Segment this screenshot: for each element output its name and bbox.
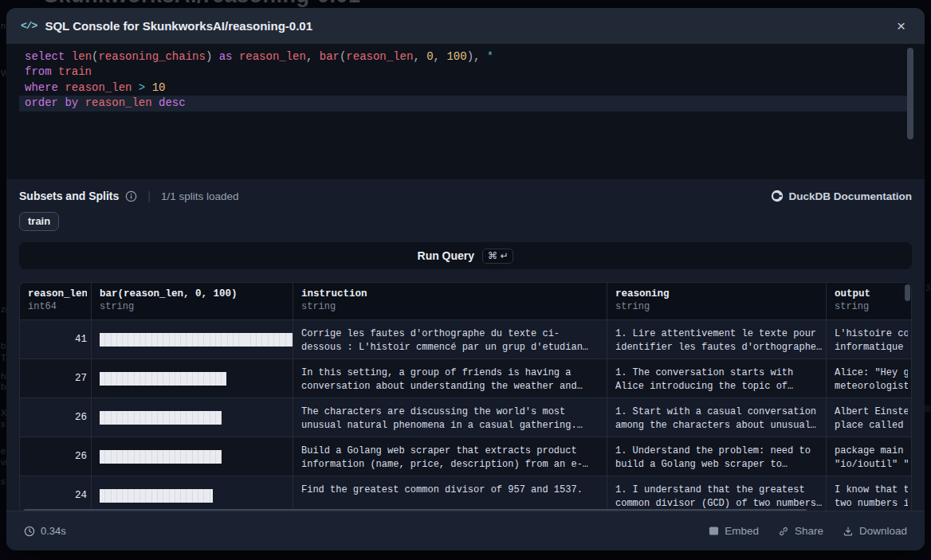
column-name: output	[835, 288, 903, 300]
duckdb-documentation-label: DuckDB Documentation	[788, 190, 912, 202]
column-name: instruction	[301, 288, 599, 300]
results-table: reason_lenint64bar(reason_len, 0, 100)st…	[19, 282, 912, 518]
cell-text-line: 1. The conversation starts with	[615, 366, 823, 380]
modal-footer: 0.34s Embed Share Download	[6, 511, 925, 550]
bar-chart-fill	[100, 489, 213, 503]
table-row: 26The characters are discussing the worl…	[20, 397, 911, 437]
column-type: string	[100, 301, 285, 312]
sql-console-icon: </>	[21, 20, 37, 32]
cell-bar	[91, 359, 293, 397]
cell-instruction: The characters are discussing the world'…	[293, 398, 607, 437]
cell-text-line: meteorologist	[835, 380, 908, 394]
editor-vertical-scrollbar[interactable]	[907, 48, 913, 139]
column-name: reasoning	[615, 288, 818, 300]
cell-text-line: conversation about understanding the wea…	[301, 380, 603, 394]
info-icon[interactable]	[125, 190, 137, 202]
table-row: 41Corrige les fautes d'orthographe du te…	[20, 319, 911, 358]
cell-reason-len: 26	[20, 437, 91, 476]
modal-titlebar: </> SQL Console for SkunkworksAI/reasoni…	[6, 8, 925, 44]
run-query-label: Run Query	[418, 249, 475, 262]
cell-text-line: package main	[835, 444, 908, 458]
table-vertical-scrollbar[interactable]	[905, 284, 910, 301]
background-text-fragment: 3	[925, 284, 930, 292]
column-type: string	[301, 301, 599, 312]
modal-title: SQL Console for SkunkworksAI/reasoning-0…	[45, 19, 883, 33]
bar-chart-fill	[100, 372, 226, 386]
keyboard-shortcut-badge: ⌘ ↵	[482, 249, 513, 264]
subsets-splits-row: Subsets and Splits | 1/1 splits loaded D…	[19, 187, 912, 205]
cell-bar	[91, 437, 293, 476]
background-text-fragment: n	[1, 21, 6, 30]
cell-instruction: Corrige les fautes d'orthographe du text…	[293, 320, 607, 358]
cell-text-line: build a Golang web scraper to…	[615, 458, 823, 472]
table-header-row: reason_lenint64bar(reason_len, 0, 100)st…	[20, 283, 911, 319]
cell-reasoning: 1. The conversation starts withAlice int…	[607, 359, 826, 397]
download-button[interactable]: Download	[843, 525, 907, 537]
cell-text-line: Find the greatest common divisor of 957 …	[301, 484, 603, 497]
share-button[interactable]: Share	[778, 525, 823, 537]
column-header-bar: bar(reason_len, 0, 100)string	[91, 283, 293, 319]
query-duration: 0.34s	[24, 525, 66, 537]
cell-text-line: Alice introducing the topic of…	[615, 380, 823, 394]
column-header-reasoning: reasoningstring	[607, 283, 826, 319]
cell-text-line: 1. I understand that the greatest	[615, 484, 823, 497]
cell-text-line: common divisor (GCD) of two numbers…	[615, 497, 823, 511]
cell-text-line: Alice: "Hey g	[835, 366, 908, 380]
share-label: Share	[795, 525, 823, 537]
column-header-reason_len: reason_lenint64	[20, 283, 91, 319]
code-line: where reason_len > 10	[19, 80, 912, 96]
cell-output: Alice: "Hey gmeteorologist	[826, 359, 911, 397]
cell-text-line: information (name, price, description) f…	[301, 458, 603, 472]
code-line: from train	[19, 65, 912, 80]
embed-icon	[709, 526, 719, 536]
cell-reasoning: 1. Lire attentivement le texte pourident…	[607, 320, 826, 358]
cell-text-line: place called	[835, 419, 908, 433]
duckdb-documentation-link[interactable]: DuckDB Documentation	[771, 190, 912, 202]
column-header-output: outputstring	[826, 283, 911, 319]
embed-label: Embed	[725, 525, 759, 537]
cell-instruction: In this setting, a group of friends is h…	[293, 359, 607, 397]
cell-instruction: Build a Golang web scraper that extracts…	[293, 437, 607, 476]
cell-text-line: The characters are discussing the world'…	[301, 405, 603, 419]
table-row: 27In this setting, a group of friends is…	[20, 358, 911, 397]
bar-chart-fill	[100, 333, 293, 347]
bar-chart-fill	[100, 450, 222, 464]
cell-text-line: Build a Golang web scraper that extracts…	[301, 444, 603, 458]
code-line-active: order by reason_len desc	[19, 96, 912, 111]
background-text-fragment: b	[1, 341, 6, 350]
cell-text-line: Albert Einste	[835, 405, 908, 419]
cell-output: L'histoire coinformatique	[826, 320, 911, 358]
cell-reason-len: 27	[20, 359, 91, 397]
share-link-icon	[778, 526, 789, 537]
cell-reasoning: 1. Understand the problem: need tobuild …	[607, 437, 826, 476]
splits-loaded-status: 1/1 splits loaded	[161, 190, 239, 202]
vertical-divider: |	[147, 190, 151, 202]
column-type: string	[615, 301, 818, 312]
embed-button[interactable]: Embed	[709, 525, 759, 537]
sql-editor[interactable]: select len(reasoning_chains) as reason_l…	[6, 44, 925, 179]
subsets-splits-heading: Subsets and Splits	[19, 190, 119, 202]
split-chip-train[interactable]: train	[19, 212, 59, 231]
column-name: reason_len	[28, 288, 87, 300]
column-type: string	[835, 301, 903, 312]
download-icon	[843, 526, 854, 537]
cell-text-line: 1. Start with a casual conversation	[615, 405, 823, 419]
code-line: select len(reasoning_chains) as reason_l…	[19, 49, 912, 65]
background-text-fragment: s	[1, 419, 6, 429]
clock-icon	[24, 526, 35, 537]
query-duration-value: 0.34s	[41, 525, 66, 537]
cell-text-line: unusual natural phenomena in a casual ga…	[301, 419, 603, 433]
cell-reasoning: 1. Start with a casual conversationamong…	[607, 398, 826, 437]
cell-output: I know that ttwo numbers i	[826, 476, 911, 515]
cell-text-line: In this setting, a group of friends is h…	[301, 366, 603, 380]
run-query-button[interactable]: Run Query ⌘ ↵	[19, 242, 912, 269]
column-header-instruction: instructionstring	[293, 283, 607, 319]
background-text-fragment: s	[1, 476, 6, 486]
duckdb-logo-icon	[771, 190, 784, 202]
column-type: int64	[28, 301, 87, 312]
cell-text-line: "io/ioutil" "	[835, 458, 908, 472]
close-icon[interactable]: ×	[892, 17, 910, 35]
cell-output: Albert Einsteplace called	[826, 398, 911, 437]
cell-bar	[91, 398, 293, 437]
sql-console-modal: </> SQL Console for SkunkworksAI/reasoni…	[6, 8, 925, 550]
